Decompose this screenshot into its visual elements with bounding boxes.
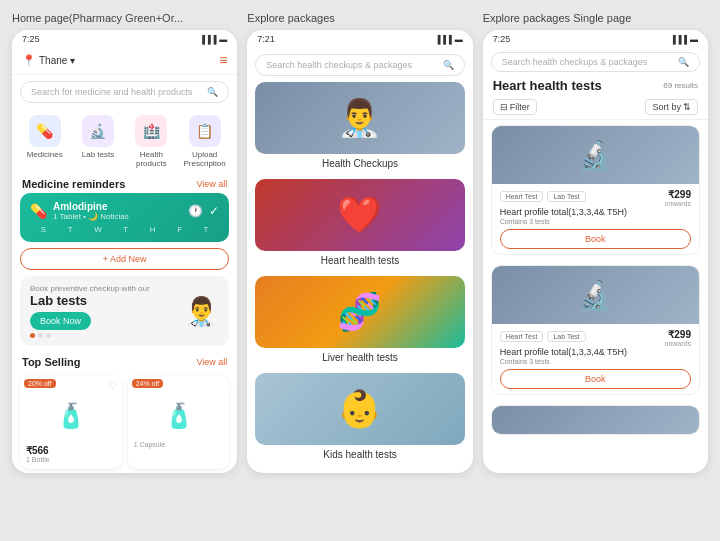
med-info: 💊 Amlodipine 1 Tablet • 🌙 Noticias [30, 201, 188, 221]
filter-label: Filter [510, 102, 530, 112]
test-name-2: Heart profile total(1,3,3,4& T5H) [500, 347, 691, 357]
heart-icon-1[interactable]: ♡ [108, 379, 118, 392]
package-list: 👨‍⚕️ Health Checkups ❤️ Heart health tes… [247, 82, 472, 473]
signal-icon: ▐▐▐ [199, 35, 216, 44]
time-1: 7:25 [22, 34, 40, 44]
location-selector[interactable]: 📍 Thane ▾ [22, 54, 75, 67]
heart-visual: ❤️ [337, 194, 382, 236]
screen-3-phone: 7:25 ▐▐▐ ▬ Search health checkups & pack… [483, 30, 708, 473]
health-products-icon-box: 🏥 [135, 115, 167, 147]
tag-row-1: Heart Test Lab Test [500, 191, 586, 202]
pkg-img-health-checkups: 👨‍⚕️ [255, 82, 464, 154]
filter-icon: ⊟ [500, 102, 508, 112]
sort-icon: ⇅ [683, 102, 691, 112]
category-medicines[interactable]: 💊 Medicines [20, 115, 69, 168]
price-area-2: ₹299 onwards [665, 329, 691, 347]
tag-row-2: Heart Test Lab Test [500, 331, 586, 342]
status-bar-1: 7:25 ▐▐▐ ▬ [12, 30, 237, 48]
health-checkups-visual: 👨‍⚕️ [337, 97, 382, 139]
search-placeholder-3: Search health checkups & packages [502, 57, 648, 67]
top-selling-view-all[interactable]: View all [196, 357, 227, 367]
screen-2-title: Explore packages [247, 12, 472, 24]
package-liver[interactable]: 🧬 Liver health tests [255, 276, 464, 363]
test-card-3-partial [491, 405, 700, 435]
lab-text: Book preventive checkup with our Lab tes… [30, 284, 176, 338]
battery-icon-3: ▬ [690, 35, 698, 44]
day-f: F [177, 225, 182, 234]
test-price-sub-2: onwards [665, 340, 691, 347]
lab-doctor-figure: 👨‍⚕️ [184, 295, 219, 328]
test-card-body-2: Heart Test Lab Test ₹299 onwards Heart p… [492, 324, 699, 394]
test-card-img-1: 🔬 [492, 126, 699, 184]
categories-grid: 💊 Medicines 🔬 Lab tests 🏥 Health product… [12, 109, 237, 174]
pkg-img-liver: 🧬 [255, 276, 464, 348]
test-card-2: 🔬 Heart Test Lab Test ₹299 onwards Heart [491, 265, 700, 395]
screen-2-phone: 7:21 ▐▐▐ ▬ Search health checkups & pack… [247, 30, 472, 473]
medicine-reminders-view-all[interactable]: View all [196, 179, 227, 189]
discount-badge-1: 20% off [24, 379, 56, 388]
package-kids[interactable]: 👶 Kids health tests [255, 373, 464, 460]
search-bar-2[interactable]: Search health checkups & packages 🔍 [255, 54, 464, 76]
product-price-1: ₹566 [26, 445, 116, 456]
book-test-button-1[interactable]: Book [500, 229, 691, 249]
check-icon[interactable]: ✓ [209, 204, 219, 218]
sort-label: Sort by [652, 102, 681, 112]
s3-title-row: Heart health tests 69 results [483, 76, 708, 97]
test-visual-2: 🔬 [578, 279, 613, 312]
status-bar-3: 7:25 ▐▐▐ ▬ [483, 30, 708, 48]
category-health-products[interactable]: 🏥 Health products [127, 115, 176, 168]
menu-icon[interactable]: ≡ [219, 52, 227, 68]
day-h: H [150, 225, 156, 234]
upload-label: Upload Prescription [180, 150, 229, 168]
product-card-1: 20% off ♡ 🧴 ₹566 1 Bottle [20, 375, 122, 469]
pkg-label-heart: Heart health tests [255, 255, 464, 266]
product-img-2: 🧴 [134, 391, 224, 441]
product-unit-1: 1 Bottle [26, 456, 116, 463]
screen-1-wrapper: Home page(Pharmacy Green+Or... 7:25 ▐▐▐ … [12, 12, 237, 473]
liver-visual: 🧬 [337, 291, 382, 333]
battery-icon-2: ▬ [455, 35, 463, 44]
search-bar-1[interactable]: Search for medicine and health products … [20, 81, 229, 103]
tag-heart-2: Heart Test [500, 331, 544, 342]
pkg-label-health-checkups: Health Checkups [255, 158, 464, 169]
day-t3: T [204, 225, 209, 234]
test-price-1: ₹299 [665, 189, 691, 200]
med-days: S T W T H F T [30, 225, 219, 234]
test-card-3-img [492, 406, 699, 435]
location-text: Thane [39, 55, 67, 66]
package-heart[interactable]: ❤️ Heart health tests [255, 179, 464, 266]
dot-inactive-2 [46, 333, 51, 338]
test-desc-1: Contains 3 tests [500, 218, 691, 225]
location-icon: 📍 [22, 54, 36, 67]
med-info-row: 💊 Amlodipine 1 Tablet • 🌙 Noticias 🕐 ✓ [30, 201, 219, 221]
medicines-icon-box: 💊 [29, 115, 61, 147]
test-card-img-2: 🔬 [492, 266, 699, 324]
category-lab-tests[interactable]: 🔬 Lab tests [73, 115, 122, 168]
pkg-label-liver: Liver health tests [255, 352, 464, 363]
screen-3-wrapper: Explore packages Single page 7:25 ▐▐▐ ▬ … [483, 12, 708, 473]
filter-button[interactable]: ⊟ Filter [493, 99, 537, 115]
med-detail: 1 Tablet • 🌙 Noticias [53, 212, 129, 221]
category-upload[interactable]: 📋 Upload Prescription [180, 115, 229, 168]
day-s: S [41, 225, 46, 234]
pkg-img-heart: ❤️ [255, 179, 464, 251]
health-products-label: Health products [127, 150, 176, 168]
price-area-1: ₹299 onwards [665, 189, 691, 207]
sort-button[interactable]: Sort by ⇅ [645, 99, 698, 115]
search-icon-2: 🔍 [443, 60, 454, 70]
add-new-button[interactable]: + Add New [20, 248, 229, 270]
kids-visual: 👶 [337, 388, 382, 430]
search-bar-3[interactable]: Search health checkups & packages 🔍 [491, 52, 700, 72]
book-now-button[interactable]: Book Now [30, 312, 91, 330]
book-test-button-2[interactable]: Book [500, 369, 691, 389]
price-row-2: Heart Test Lab Test ₹299 onwards [500, 329, 691, 347]
package-health-checkups[interactable]: 👨‍⚕️ Health Checkups [255, 82, 464, 169]
s3-results: 69 results [663, 81, 698, 90]
status-icons-1: ▐▐▐ ▬ [199, 35, 227, 44]
product-unit-2: 1 Capsule [134, 441, 224, 448]
medicine-icon: 💊 [30, 203, 47, 219]
clock-icon[interactable]: 🕐 [188, 204, 203, 218]
medicine-reminders-title: Medicine reminders [22, 178, 125, 190]
test-price-2: ₹299 [665, 329, 691, 340]
signal-icon-3: ▐▐▐ [670, 35, 687, 44]
